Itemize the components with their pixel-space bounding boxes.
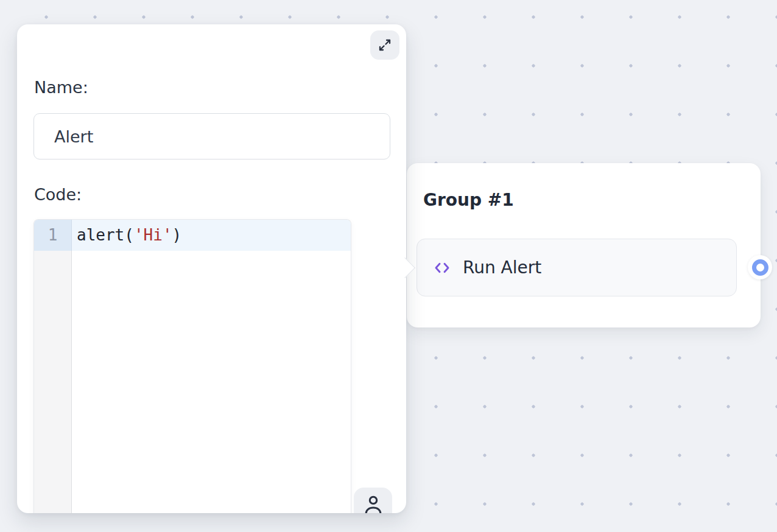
node-label: Run Alert bbox=[463, 257, 541, 278]
name-input[interactable] bbox=[33, 113, 390, 159]
handle-ring-icon bbox=[752, 259, 768, 276]
code-token-string: 'Hi' bbox=[134, 226, 172, 244]
expand-button[interactable] bbox=[370, 30, 399, 60]
code-token: ) bbox=[172, 226, 182, 244]
person-icon bbox=[362, 493, 385, 513]
user-button[interactable] bbox=[354, 488, 392, 513]
output-connection-handle[interactable] bbox=[748, 255, 772, 279]
line-number: 1 bbox=[34, 220, 72, 251]
code-line-content[interactable]: alert('Hi') bbox=[72, 220, 351, 251]
name-field-label: Name: bbox=[34, 78, 88, 97]
code-field-label: Code: bbox=[34, 185, 82, 204]
editor-gutter bbox=[34, 220, 72, 513]
code-icon bbox=[432, 258, 452, 278]
node-editor-popover: Name: Code: 1 alert('Hi') bbox=[17, 24, 406, 513]
expand-diagonal-icon bbox=[378, 38, 392, 52]
node-run-alert[interactable]: Run Alert bbox=[417, 239, 737, 296]
group-title: Group #1 bbox=[423, 190, 514, 210]
code-line-1[interactable]: 1 alert('Hi') bbox=[34, 220, 351, 251]
flow-canvas[interactable]: Group #1 Run Alert bbox=[0, 0, 777, 532]
group-card[interactable]: Group #1 Run Alert bbox=[407, 163, 761, 327]
code-token: alert( bbox=[77, 226, 134, 244]
code-editor[interactable]: 1 alert('Hi') bbox=[33, 219, 351, 513]
